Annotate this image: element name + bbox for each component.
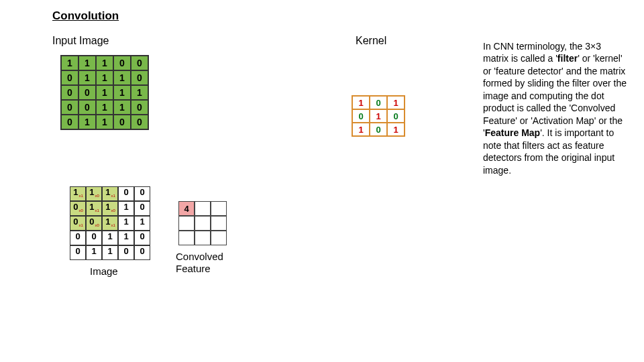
input-cell: 0 — [78, 85, 96, 100]
convolved-cell — [211, 201, 227, 216]
overlay-cell: 1 — [118, 216, 134, 231]
overlay-cell: 1 — [102, 231, 118, 245]
kernel-cell: 0 — [370, 123, 387, 136]
kernel-subscript: x1 — [78, 194, 83, 198]
input-cell: 1 — [78, 56, 96, 70]
overlay-cell: 1x1 — [102, 186, 118, 201]
overlay-cell: 1x0 — [86, 186, 102, 201]
convolved-cell — [195, 216, 211, 231]
input-cell: 1 — [61, 56, 78, 70]
overlay-cell: 0 — [134, 245, 150, 260]
kernel-subscript: x1 — [95, 208, 99, 213]
input-cell: 1 — [113, 85, 131, 100]
kernel-cell: 1 — [352, 123, 370, 136]
kernel-cell: 0 — [387, 109, 405, 123]
overlay-cell: 0x0 — [70, 201, 86, 216]
input-cell: 0 — [61, 115, 78, 129]
overlay-cell: 0x0 — [86, 216, 102, 231]
overlay-cell: 1 — [134, 216, 150, 231]
input-image-grid: 1110001110001110011001100 — [60, 55, 149, 130]
overlay-cell: 1 — [102, 245, 118, 260]
input-cell: 1 — [96, 85, 113, 100]
convolved-feature-grid: 4 — [178, 201, 227, 245]
kernel-subscript: x0 — [111, 208, 115, 213]
input-cell: 1 — [78, 70, 96, 85]
input-cell: 0 — [113, 115, 131, 129]
kernel-cell: 1 — [387, 123, 405, 136]
convolved-cell — [211, 231, 227, 245]
convolved-cell — [195, 231, 211, 245]
input-cell: 0 — [61, 70, 78, 85]
section-title: Convolution — [52, 9, 119, 23]
input-cell: 1 — [78, 115, 96, 129]
overlay-cell: 0 — [70, 231, 86, 245]
convolved-cell — [211, 216, 227, 231]
overlay-cell: 1x1 — [70, 186, 86, 201]
input-cell: 1 — [113, 70, 131, 85]
image-overlay-label: Image — [90, 265, 118, 277]
kernel-subscript: x0 — [95, 223, 99, 227]
input-cell: 0 — [113, 56, 131, 70]
input-cell: 1 — [131, 85, 148, 100]
input-cell: 1 — [96, 100, 113, 115]
input-image-label: Input Image — [52, 35, 109, 47]
kernel-subscript: x0 — [95, 194, 99, 198]
input-cell: 1 — [96, 115, 113, 129]
image-overlay-grid: 1x11x01x1000x01x11x0100x10x01x1110011001… — [70, 186, 150, 260]
convolved-label-line2: Feature — [176, 263, 211, 274]
kernel-subscript: x1 — [111, 194, 115, 198]
overlay-cell: 0 — [134, 231, 150, 245]
input-cell: 0 — [78, 100, 96, 115]
input-cell: 1 — [96, 56, 113, 70]
para-text-1: ' or 'kernel' or 'feature detector' and … — [483, 53, 627, 138]
overlay-cell: 0x1 — [70, 216, 86, 231]
overlay-cell: 0 — [118, 186, 134, 201]
input-cell: 0 — [131, 100, 148, 115]
convolved-label-line1: Convolved — [176, 251, 223, 262]
convolved-cell: 4 — [178, 201, 195, 216]
overlay-cell: 1x0 — [102, 201, 118, 216]
input-cell: 0 — [61, 85, 78, 100]
kernel-cell: 0 — [352, 109, 370, 123]
overlay-cell: 1x1 — [102, 216, 118, 231]
kernel-cell: 1 — [370, 109, 387, 123]
input-cell: 1 — [96, 70, 113, 85]
overlay-cell: 0 — [70, 245, 86, 260]
explanation-paragraph: In CNN terminology, the 3×3 matrix is ca… — [483, 40, 628, 176]
overlay-cell: 1 — [86, 245, 102, 260]
kernel-cell: 0 — [370, 96, 387, 109]
kernel-subscript: x1 — [111, 223, 115, 227]
overlay-cell: 1 — [118, 231, 134, 245]
input-cell: 1 — [113, 100, 131, 115]
overlay-cell: 0 — [134, 186, 150, 201]
convolved-feature-label: Convolved Feature — [176, 251, 223, 275]
para-bold-filter: filter — [557, 53, 578, 64]
input-cell: 0 — [131, 115, 148, 129]
overlay-cell: 0 — [86, 231, 102, 245]
kernel-cell: 1 — [387, 96, 405, 109]
overlay-cell: 0 — [134, 201, 150, 216]
input-cell: 0 — [61, 100, 78, 115]
convolved-cell — [178, 216, 195, 231]
overlay-cell: 1 — [118, 201, 134, 216]
kernel-cell: 1 — [352, 96, 370, 109]
convolved-cell — [178, 231, 195, 245]
kernel-label: Kernel — [356, 35, 386, 47]
kernel-subscript: x0 — [78, 208, 83, 213]
overlay-cell: 1x1 — [86, 201, 102, 216]
input-cell: 0 — [131, 70, 148, 85]
input-cell: 0 — [131, 56, 148, 70]
overlay-cell: 0 — [118, 245, 134, 260]
para-bold-featuremap: Feature Map — [485, 127, 540, 138]
kernel-grid: 101010101 — [352, 95, 405, 137]
kernel-subscript: x1 — [78, 223, 83, 227]
convolved-cell — [195, 201, 211, 216]
